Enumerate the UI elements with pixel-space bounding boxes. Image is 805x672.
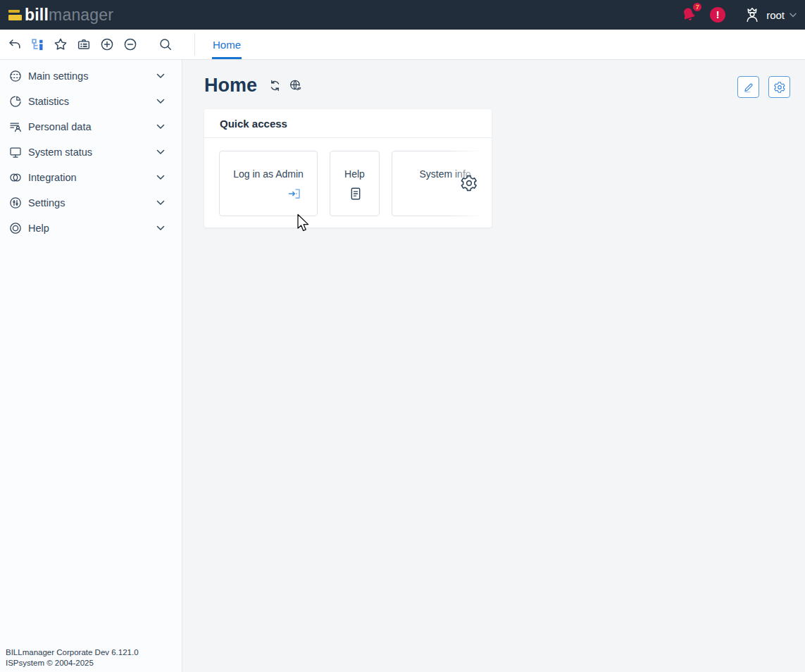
sidebar-item-label: Settings <box>28 197 65 209</box>
chevron-down-icon <box>156 175 165 180</box>
back-button[interactable] <box>7 37 23 52</box>
minus-circle-button[interactable] <box>123 37 138 52</box>
tab-home-label: Home <box>213 39 241 51</box>
user-menu[interactable]: root <box>743 6 797 24</box>
logo-text-light: manager <box>49 6 113 25</box>
sidebar-item-personal-data[interactable]: Personal data <box>0 114 182 139</box>
top-bar: bill manager 7 ! <box>0 0 805 30</box>
refresh-icon[interactable] <box>268 78 282 93</box>
sidebar-item-help[interactable]: Help <box>0 216 182 241</box>
alert-button[interactable]: ! <box>710 7 725 23</box>
document-icon <box>344 186 365 201</box>
star-favorites-button[interactable] <box>53 37 68 52</box>
sidebar-item-main-settings[interactable]: Main settings <box>0 63 182 89</box>
sidebar-item-settings[interactable]: Settings <box>0 190 182 216</box>
main-content: Home <box>183 60 805 672</box>
copyright-line: ISPsystem © 2004-2025 <box>6 658 139 668</box>
tab-home[interactable]: Home <box>212 30 242 59</box>
briefcase-button[interactable] <box>76 37 92 52</box>
exclamation-icon: ! <box>716 9 720 20</box>
tree-view-button[interactable] <box>30 37 45 52</box>
overlapping-circles-icon <box>8 170 23 185</box>
tile-label: Log in as Admin <box>233 168 304 180</box>
dashboard-settings-button[interactable] <box>768 76 790 98</box>
sidebar-item-label: Help <box>28 223 49 234</box>
version-footer: BILLmanager Corporate Dev 6.121.0 ISPsys… <box>6 647 139 668</box>
logo-text-bold: bill <box>25 6 49 25</box>
sidebar-item-system-status[interactable]: System status <box>0 139 182 165</box>
sliders-circle-icon <box>8 196 23 210</box>
billmanager-logo-icon <box>8 10 22 20</box>
notification-count-badge: 7 <box>692 1 703 13</box>
quick-access-title: Quick access <box>204 109 492 138</box>
billmanager-logo[interactable]: bill manager <box>8 6 113 25</box>
sidebar-item-label: Personal data <box>28 121 91 132</box>
gear-icon <box>773 81 786 94</box>
login-icon <box>233 186 304 201</box>
chevron-down-icon <box>156 124 165 130</box>
sidebar-item-label: Statistics <box>28 96 69 107</box>
sidebar-item-statistics[interactable]: Statistics <box>0 89 182 114</box>
tile-log-in-as-admin[interactable]: Log in as Admin <box>219 151 318 216</box>
globe-dashed-icon <box>8 69 23 83</box>
chevron-down-icon <box>790 13 797 18</box>
crowned-user-icon <box>743 6 761 24</box>
globe-link-icon[interactable] <box>288 78 303 93</box>
sidebar-item-label: System status <box>28 147 92 158</box>
quick-access-card: Quick access Log in as Admin Help <box>204 109 492 228</box>
tile-help[interactable]: Help <box>330 151 380 216</box>
sidebar-item-label: Integration <box>28 172 77 183</box>
version-line: BILLmanager Corporate Dev 6.121.0 <box>6 647 139 658</box>
chevron-down-icon <box>156 73 165 79</box>
edit-pencil-icon <box>742 81 755 94</box>
help-ring-icon <box>8 221 23 235</box>
tab-bar: Home <box>212 30 242 59</box>
pie-chart-icon <box>8 94 23 108</box>
chevron-down-icon <box>156 200 165 206</box>
notifications-bell-button[interactable]: 7 <box>680 6 698 24</box>
person-list-icon <box>8 120 23 134</box>
edit-dashboard-button[interactable] <box>737 76 759 98</box>
search-button[interactable] <box>158 37 173 52</box>
quick-access-gear-button[interactable] <box>460 174 478 192</box>
gear-icon <box>460 174 478 192</box>
toolbar-row: Home <box>0 30 805 60</box>
monitor-icon <box>8 145 23 159</box>
user-name: root <box>766 9 785 21</box>
sidebar-item-integration[interactable]: Integration <box>0 165 182 190</box>
tile-label: Help <box>344 168 365 180</box>
sidebar-item-label: Main settings <box>28 70 88 82</box>
chevron-down-icon <box>156 99 165 104</box>
chevron-down-icon <box>156 149 165 155</box>
quick-access-tiles: Log in as Admin Help <box>204 138 492 216</box>
toolbar <box>0 33 195 56</box>
chevron-down-icon <box>156 225 165 231</box>
plus-circle-button[interactable] <box>99 37 115 52</box>
page-title: Home <box>204 75 257 97</box>
sidebar: Main settings Statistics <box>0 60 182 672</box>
